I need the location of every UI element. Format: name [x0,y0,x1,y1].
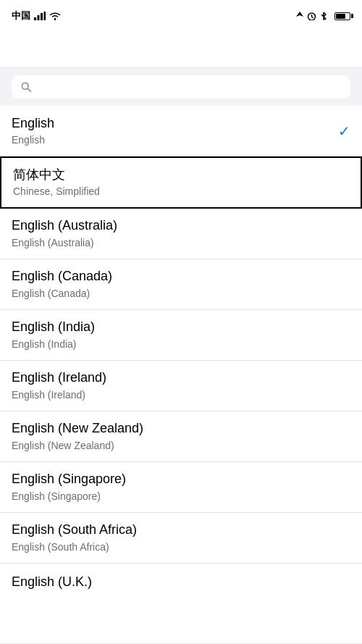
bluetooth-icon [320,12,327,20]
status-right [296,12,350,20]
checkmark-icon: ✓ [338,122,350,140]
language-text: English (Singapore) English (Singapore) [12,471,126,503]
language-secondary: English (Ireland) [12,388,106,401]
language-text: English (New Zealand) English (New Zeala… [12,420,143,452]
list-item[interactable]: English (Ireland) English (Ireland) [0,361,362,411]
language-primary: English [12,115,54,132]
alarm-icon [307,12,316,20]
search-icon [20,81,32,93]
language-text: English (South Africa) English (South Af… [12,522,137,553]
svg-line-9 [28,88,30,91]
list-item[interactable]: English (Singapore) English (Singapore) [0,462,362,513]
language-primary: English (South Africa) [12,522,137,538]
language-text: English English [12,115,54,147]
battery-fill [336,14,345,19]
language-primary: English (U.K.) [12,574,92,590]
language-text: English (Australia) English (Australia) [12,217,117,249]
language-secondary: English (Canada) [12,287,112,300]
language-secondary: English [12,133,54,146]
search-bar[interactable] [12,75,350,99]
nav-bar [0,32,362,68]
list-item[interactable]: English (Canada) English (Canada) [0,259,362,310]
language-secondary: English (South Africa) [12,540,137,553]
language-text: English (Canada) English (Canada) [12,268,112,300]
language-primary: 简体中文 [13,167,100,183]
svg-rect-1 [38,15,40,20]
svg-rect-3 [44,12,46,20]
signal-icon [34,12,46,20]
list-item[interactable]: 简体中文 Chinese, Simplified [0,156,362,209]
language-secondary: English (India) [12,338,95,351]
list-item[interactable]: English (Australia) English (Australia) [0,209,362,259]
location-icon [296,12,303,20]
language-primary: English (Ireland) [12,369,106,386]
status-left: 中国 [12,9,61,22]
language-secondary: Chinese, Simplified [13,185,100,198]
language-text: 简体中文 Chinese, Simplified [13,167,100,198]
language-primary: English (Australia) [12,217,117,234]
list-item[interactable]: English (South Africa) English (South Af… [0,513,362,564]
language-primary: English (New Zealand) [12,420,143,437]
svg-line-7 [312,17,313,18]
status-bar: 中国 [0,0,362,32]
language-secondary: English (Singapore) [12,490,126,503]
language-text: English (India) English (India) [12,319,95,351]
search-container [0,68,362,106]
battery-icon [334,12,350,20]
language-secondary: English (Australia) [12,236,117,249]
wifi-icon [49,12,61,20]
language-list: English English ✓ 简体中文 Chinese, Simplifi… [0,106,362,643]
svg-rect-2 [41,13,43,20]
carrier-text: 中国 [12,9,30,22]
list-item[interactable]: English (U.K.) [0,564,362,593]
list-item[interactable]: English English ✓ [0,106,362,156]
svg-marker-4 [296,12,303,17]
list-item[interactable]: English (India) English (India) [0,310,362,361]
svg-rect-0 [34,17,36,20]
language-text: English (Ireland) English (Ireland) [12,369,106,401]
language-secondary: English (New Zealand) [12,439,143,452]
list-item[interactable]: English (New Zealand) English (New Zeala… [0,411,362,462]
language-primary: English (India) [12,319,95,335]
language-primary: English (Singapore) [12,471,126,488]
language-primary: English (Canada) [12,268,112,285]
